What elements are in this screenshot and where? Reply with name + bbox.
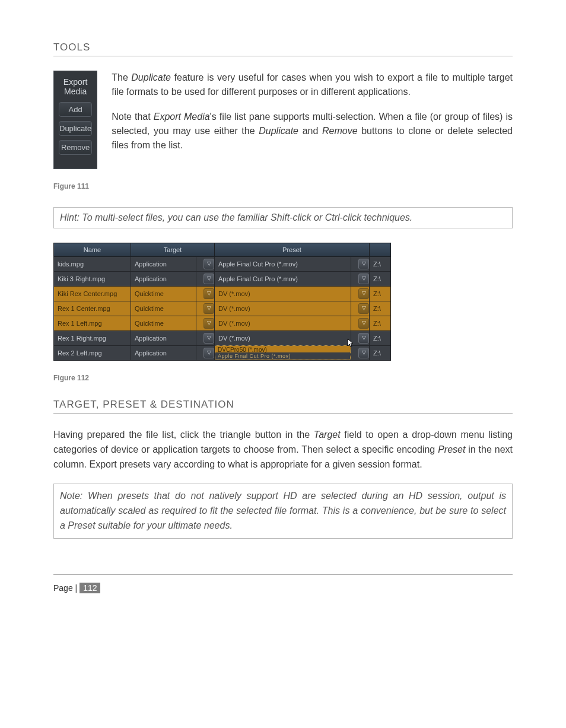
cell-name: Rex 2 Left.mpg	[54, 346, 131, 361]
cell-dest[interactable]: Z:\	[370, 316, 391, 331]
figure-caption-112: Figure 112	[53, 374, 513, 382]
cursor-icon	[347, 338, 355, 349]
col-header-name: Name	[54, 243, 131, 257]
target-dropdown-button[interactable]: ▽	[196, 287, 215, 301]
cell-preset[interactable]: DV (*.mov)	[215, 287, 351, 301]
preset-dropdown-button[interactable]: ▽	[351, 272, 370, 287]
page-footer: Page | 112	[53, 583, 513, 593]
export-media-panel: Export Media Add Duplicate Remove	[53, 71, 97, 169]
section-divider	[53, 56, 513, 56]
cell-name: Rex 1 Left.mpg	[54, 316, 131, 331]
section-heading-target: TARGET, PRESET & DESTINATION	[53, 399, 513, 411]
table-row[interactable]: Rex 1 Left.mpgQuicktime▽DV (*.mov)▽Z:\	[54, 316, 391, 331]
section-divider	[53, 413, 513, 414]
col-header-dest	[370, 243, 391, 257]
body-paragraph: Having prepared the file list, click the…	[53, 428, 513, 472]
preset-dropdown-button[interactable]: ▽	[351, 257, 370, 272]
cell-dest[interactable]: Z:\	[370, 331, 391, 346]
cell-dest[interactable]: Z:\	[370, 301, 391, 316]
preset-dropdown-button[interactable]: ▽	[351, 316, 370, 331]
cell-preset[interactable]: DV (*.mov)DVCPro50 (*.mov)Apple Final Cu…	[215, 331, 351, 346]
cell-name: Kiki 3 Right.mpg	[54, 272, 131, 287]
cell-target[interactable]: Application	[131, 257, 196, 272]
target-dropdown-button[interactable]: ▽	[196, 301, 215, 316]
cell-dest[interactable]: Z:\	[370, 272, 391, 287]
remove-button[interactable]: Remove	[59, 140, 92, 155]
cell-preset[interactable]: Apple Final Cut Pro (*.mov)	[215, 257, 351, 272]
cell-preset[interactable]: DV (*.mov)	[215, 301, 351, 316]
table-row[interactable]: Rex 1 Center.mpgQuicktime▽DV (*.mov)▽Z:\	[54, 301, 391, 316]
target-dropdown-button[interactable]: ▽	[196, 346, 215, 361]
cell-target[interactable]: Quicktime	[131, 301, 196, 316]
note-box: Note: When presets that do not natively …	[53, 484, 513, 538]
cell-target[interactable]: Application	[131, 272, 196, 287]
hint-box: Hint: To multi-select files, you can use…	[53, 207, 513, 228]
preset-dropdown-button[interactable]: ▽	[351, 301, 370, 316]
cell-name: Rex 1 Right.mpg	[54, 331, 131, 346]
table-row[interactable]: kids.mpgApplication▽Apple Final Cut Pro …	[54, 257, 391, 272]
cell-target[interactable]: Quicktime	[131, 287, 196, 301]
preset-option[interactable]: DVCPro50 (*.mov)	[218, 346, 348, 353]
preset-dropdown-menu[interactable]: DVCPro50 (*.mov)Apple Final Cut Pro (*.m…	[215, 345, 351, 360]
cell-name: Rex 1 Center.mpg	[54, 301, 131, 316]
cell-dest[interactable]: Z:\	[370, 287, 391, 301]
target-dropdown-button[interactable]: ▽	[196, 272, 215, 287]
cell-target[interactable]: Quicktime	[131, 316, 196, 331]
cell-target[interactable]: Application	[131, 331, 196, 346]
add-button[interactable]: Add	[59, 102, 92, 117]
tools-paragraph-1: The Duplicate feature is very useful for…	[112, 71, 513, 99]
page-number: 112	[80, 583, 100, 593]
cell-dest[interactable]: Z:\	[370, 257, 391, 272]
figure-caption-111: Figure 111	[53, 182, 513, 190]
cell-name: kids.mpg	[54, 257, 131, 272]
table-header-row: Name Target Preset	[54, 243, 391, 257]
cell-dest[interactable]: Z:\	[370, 346, 391, 361]
section-heading-tools: TOOLS	[53, 42, 513, 53]
col-header-preset: Preset	[215, 243, 370, 257]
cell-target[interactable]: Application	[131, 346, 196, 361]
tools-paragraph-2: Note that Export Media's file list pane …	[112, 110, 513, 152]
table-row[interactable]: Rex 1 Right.mpgApplication▽DV (*.mov)DVC…	[54, 331, 391, 346]
duplicate-button[interactable]: Duplicate	[59, 121, 92, 136]
file-list-table: Name Target Preset kids.mpgApplication▽A…	[53, 243, 391, 361]
target-dropdown-button[interactable]: ▽	[196, 316, 215, 331]
panel-title: Export Media	[59, 77, 92, 96]
cell-preset[interactable]: DV (*.mov)	[215, 316, 351, 331]
table-row[interactable]: Kiki Rex Center.mpgQuicktime▽DV (*.mov)▽…	[54, 287, 391, 301]
cell-name: Kiki Rex Center.mpg	[54, 287, 131, 301]
cell-preset[interactable]: Apple Final Cut Pro (*.mov)	[215, 272, 351, 287]
target-dropdown-button[interactable]: ▽	[196, 331, 215, 346]
col-header-target: Target	[131, 243, 215, 257]
preset-option[interactable]: Apple Final Cut Pro (*.mov)	[218, 353, 348, 359]
footer-divider	[53, 574, 513, 575]
table-row[interactable]: Kiki 3 Right.mpgApplication▽Apple Final …	[54, 272, 391, 287]
target-dropdown-button[interactable]: ▽	[196, 257, 215, 272]
preset-dropdown-button[interactable]: ▽	[351, 287, 370, 301]
